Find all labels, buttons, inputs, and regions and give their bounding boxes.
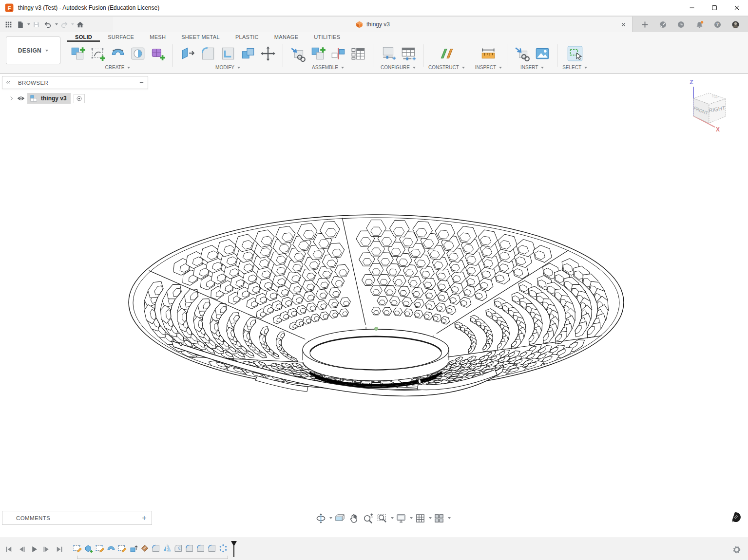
timeline-feature-emboss-icon[interactable]: E — [173, 543, 184, 554]
create-form-tool-button[interactable] — [148, 43, 168, 63]
help-icon[interactable]: ? — [711, 19, 723, 30]
ribbon-tab-manage[interactable]: MANAGE — [267, 34, 306, 42]
go-to-end-button[interactable] — [54, 543, 65, 555]
orbit-tool-icon[interactable] — [314, 513, 327, 524]
collapse-panel-icon[interactable] — [2, 79, 14, 86]
step-forward-button[interactable] — [41, 543, 53, 555]
display-settings-tool-icon[interactable] — [395, 513, 408, 524]
chevron-down-icon[interactable] — [462, 67, 465, 69]
select-tool-button[interactable] — [565, 43, 585, 63]
grid-tool-icon[interactable] — [414, 513, 427, 524]
timeline-feature-revolve-icon[interactable] — [106, 543, 116, 554]
app-grid-button[interactable] — [3, 18, 14, 31]
timeline-feature-sketch-icon[interactable] — [72, 543, 83, 554]
create-sketch-tool-button[interactable] — [88, 43, 108, 63]
avatar-icon[interactable] — [730, 19, 742, 30]
ribbon-tab-solid[interactable]: SOLID — [67, 34, 100, 42]
timeline-feature-sketch-icon[interactable] — [117, 543, 128, 554]
chevron-down-icon[interactable] — [55, 23, 58, 25]
timeline-feature-mirror-icon[interactable] — [162, 543, 173, 554]
home-button[interactable] — [75, 18, 86, 31]
timeline-feature-fillet-icon[interactable] — [207, 543, 217, 554]
feedback-bubble-icon[interactable] — [730, 511, 742, 523]
extensions-icon[interactable] — [657, 19, 669, 30]
configuration-table-tool-button[interactable] — [398, 43, 418, 63]
activate-component-radio[interactable] — [74, 94, 85, 103]
timeline-feature-fillet-icon[interactable] — [184, 543, 195, 554]
fillet-tool-button[interactable] — [198, 43, 218, 63]
undo-button[interactable] — [42, 18, 54, 31]
comments-panel[interactable]: COMMENTS + — [2, 511, 152, 525]
visibility-eye-icon[interactable] — [17, 94, 25, 103]
chevron-down-icon[interactable] — [429, 517, 432, 519]
timeline-playhead[interactable] — [230, 541, 238, 558]
chevron-down-icon[interactable] — [448, 517, 451, 519]
timeline-feature-fillet-icon[interactable] — [151, 543, 161, 554]
component-item[interactable]: thingy v3 — [27, 93, 71, 104]
view-cube[interactable]: FRONT RIGHT TOP Z X — [676, 77, 739, 134]
timeline-feature-appearance-icon[interactable] — [139, 543, 150, 554]
new-component-tool-button[interactable] — [68, 43, 88, 63]
revolve-tool-button[interactable] — [108, 43, 128, 63]
viewport-canvas[interactable]: BROWSER thingy v3 FRONT RIGHT TOP Z X — [0, 74, 748, 538]
file-button[interactable] — [15, 18, 26, 31]
timeline-feature-circular-pattern-icon[interactable] — [218, 543, 229, 554]
ribbon-tab-mesh[interactable]: MESH — [142, 34, 173, 42]
insert-derive-tool-button[interactable] — [512, 43, 532, 63]
chevron-down-icon[interactable] — [127, 67, 130, 69]
new-component-tool-button[interactable] — [308, 43, 328, 63]
timeline-feature-extrude-new-icon[interactable] — [83, 543, 94, 554]
chevron-down-icon[interactable] — [499, 67, 502, 69]
chevron-down-icon[interactable] — [584, 67, 587, 69]
construction-plane-tool-button[interactable] — [437, 43, 457, 63]
chevron-down-icon[interactable] — [237, 67, 240, 69]
add-comment-button[interactable]: + — [137, 514, 152, 523]
play-button[interactable] — [28, 543, 40, 555]
chevron-down-icon[interactable] — [341, 67, 344, 69]
hole-tool-button[interactable] — [128, 43, 148, 63]
timeline-feature-fillet-icon[interactable] — [195, 543, 206, 554]
fit-tool-icon[interactable] — [376, 513, 389, 524]
chevron-down-icon[interactable] — [329, 517, 332, 519]
bom-tool-button[interactable] — [348, 43, 368, 63]
configuration-tool-button[interactable] — [378, 43, 398, 63]
shell-tool-button[interactable] — [218, 43, 238, 63]
close-button[interactable] — [726, 0, 748, 16]
insert-into-design-tool-button[interactable] — [288, 43, 308, 63]
minimize-panel-icon[interactable] — [135, 79, 148, 86]
chevron-down-icon[interactable] — [410, 517, 413, 519]
chevron-down-icon[interactable] — [541, 67, 544, 69]
chevron-down-icon[interactable] — [71, 23, 74, 25]
go-to-start-button[interactable] — [3, 543, 15, 555]
look-at-tool-icon[interactable] — [333, 513, 346, 524]
minimize-button[interactable] — [681, 0, 703, 16]
chevron-down-icon[interactable] — [391, 517, 394, 519]
ribbon-tab-surface[interactable]: SURFACE — [100, 34, 142, 42]
recent-icon[interactable] — [675, 19, 687, 30]
joint-tool-button[interactable] — [328, 43, 348, 63]
move-tool-button[interactable] — [258, 43, 278, 63]
pan-tool-icon[interactable] — [347, 513, 361, 524]
chevron-down-icon[interactable] — [27, 23, 30, 25]
ribbon-tab-sheet-metal[interactable]: SHEET METAL — [173, 34, 228, 42]
press-pull-tool-button[interactable] — [178, 43, 198, 63]
timeline-feature-extrude-icon[interactable] — [128, 543, 139, 554]
timeline-feature-sketch-icon[interactable] — [95, 543, 105, 554]
zoom-tool-icon[interactable] — [362, 513, 375, 524]
measure-tool-button[interactable] — [479, 43, 499, 63]
workspace-selector[interactable]: DESIGN — [6, 37, 60, 64]
canvas-tool-button[interactable] — [532, 43, 552, 63]
browser-root-item[interactable]: thingy v3 — [9, 93, 148, 104]
document-tab[interactable]: thingy v3 — [113, 17, 632, 32]
tab-close-icon[interactable] — [618, 19, 628, 29]
ribbon-tab-plastic[interactable]: PLASTIC — [228, 34, 267, 42]
ribbon-tab-utilities[interactable]: UTILITIES — [306, 34, 348, 42]
notifications-icon[interactable] — [693, 19, 705, 30]
combine-tool-button[interactable] — [238, 43, 258, 63]
new-tab-plus-icon[interactable] — [639, 19, 651, 30]
model-3d-wireframe[interactable] — [0, 74, 748, 538]
viewports-tool-icon[interactable] — [433, 513, 446, 524]
maximize-button[interactable] — [703, 0, 726, 16]
timeline-settings-gear-icon[interactable] — [731, 544, 742, 555]
chevron-down-icon[interactable] — [413, 67, 416, 69]
